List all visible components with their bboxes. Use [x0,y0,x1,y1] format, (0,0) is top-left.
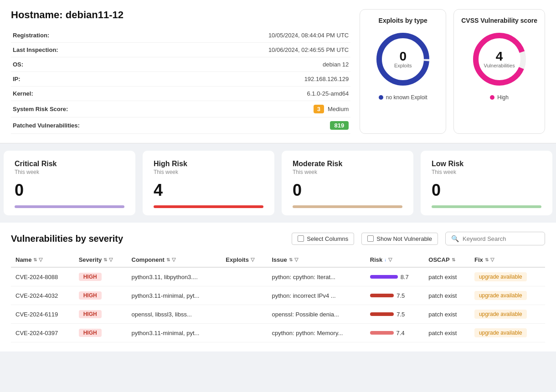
cell-severity-2: HIGH [74,305,127,324]
severity-filter-icon[interactable]: ▽ [109,257,113,263]
col-exploits: Exploits ▽ [221,253,267,267]
patched-label: Patched Vulnerabilities: [11,117,102,134]
risk-card-subtitle-3: This week [432,169,541,175]
patched-cell: 819 [102,117,350,134]
cvss-donut: 4 Vulnerabilities [470,30,529,89]
risk-card-bar-2 [293,205,402,208]
exploits-donut-center: 0 Exploits [394,50,412,68]
cvss-legend-dot [490,95,494,100]
cell-exploits-1 [221,286,267,305]
cell-exploits-2 [221,305,267,324]
severity-sort-icon[interactable]: ⇅ [103,257,107,262]
risk-card-title-2: Moderate Risk [293,160,402,168]
risk-card-critical-risk: Critical Risk This week 0 [4,151,135,215]
fix-filter-icon[interactable]: ▽ [490,257,494,263]
cell-risk-0: 8.7 [366,267,424,286]
severity-badge-2: HIGH [79,310,102,318]
risk-card-subtitle-1: This week [154,169,263,175]
os-row: OS: debian 12 [11,57,350,72]
fix-badge-1: upgrade available [474,291,527,300]
risk-card-moderate-risk: Moderate Risk This week 0 [282,151,413,215]
exploits-chart-card: Exploits by type 0 Exploits no known Exp… [360,9,446,134]
fix-badge-3: upgrade available [474,328,527,337]
cell-risk-1: 7.5 [366,286,424,305]
cell-name-2: CVE-2024-6119 [11,305,74,324]
fix-sort-icon[interactable]: ⇅ [485,257,489,262]
risk-card-bar-1 [154,205,263,208]
cell-severity-0: HIGH [74,267,127,286]
issue-sort-icon[interactable]: ⇅ [289,257,293,262]
cvss-sublabel: Vulnerabilities [484,63,515,68]
risk-card-subtitle-2: This week [293,169,402,175]
cvss-legend-label: High [497,94,509,101]
risk-card-bar-0 [15,205,124,208]
risk-bar-mini-2 [370,312,394,316]
risk-card-subtitle-0: This week [15,169,124,175]
cell-oscap-2: patch exist [424,305,470,324]
risk-card-value-1: 4 [154,181,263,200]
cell-name-0: CVE-2024-8088 [11,267,74,286]
patched-value: 819 [330,121,349,130]
issue-filter-icon[interactable]: ▽ [294,257,298,263]
risk-card-bar-3 [432,205,541,208]
host-info-table: Registration: 10/05/2024, 08:44:04 PM UT… [11,28,350,134]
cell-oscap-1: patch exist [424,286,470,305]
cell-risk-2: 7.5 [366,305,424,324]
vulns-title: Vulnerabilities by severity [11,234,284,244]
keyword-search-input[interactable] [463,235,539,242]
show-not-vulnerable-label: Show Not Vulnerable [376,235,432,242]
vulns-header: Vulnerabilities by severity Select Colum… [11,232,545,245]
component-filter-icon[interactable]: ▽ [172,257,175,263]
risk-bar-mini-1 [370,294,394,297]
cell-issue-2: openssl: Possible denia... [267,305,365,324]
risk-filter-icon[interactable]: ▽ [388,257,392,263]
cvss-chart-title: CVSS Vulnerability score [461,17,537,24]
kernel-label: Kernel: [11,87,102,101]
os-value: debian 12 [102,57,350,72]
fix-badge-2: upgrade available [474,310,527,319]
cvss-legend: High [490,94,509,101]
exploits-chart-title: Exploits by type [379,17,427,24]
cell-oscap-0: patch exist [424,267,470,286]
table-row: CVE-2024-6119 HIGH openssl, libssl3, lib… [11,305,545,324]
risk-score-label: System Risk Score: [11,101,102,117]
cell-fix-0: upgrade available [470,267,545,286]
cell-issue-0: python: cpython: Iterat... [267,267,365,286]
name-filter-icon[interactable]: ▽ [39,257,42,263]
select-columns-label: Select Columns [307,235,348,242]
risk-value-3: 7.4 [396,330,405,336]
oscap-sort-icon[interactable]: ⇅ [452,257,455,262]
keyword-search-box[interactable]: 🔍 [445,232,545,245]
cvss-chart-card: CVSS Vulnerability score 4 Vulnerabiliti… [453,9,545,134]
risk-score-text: Medium [328,106,349,112]
col-name: Name ⇅ ▽ [11,253,74,267]
registration-row: Registration: 10/05/2024, 08:44:04 PM UT… [11,28,350,43]
risk-score-cell: 3 Medium [102,101,350,117]
table-row: CVE-2024-0397 HIGH python3.11-minimal, p… [11,324,545,342]
risk-sort-icon[interactable]: ↓ [384,257,386,262]
risk-card-value-3: 0 [432,181,541,200]
component-sort-icon[interactable]: ⇅ [166,257,170,262]
risk-bar-mini-0 [370,275,398,279]
kernel-row: Kernel: 6.1.0-25-amd64 [11,87,350,101]
cell-issue-1: python: incorrect IPv4 ... [267,286,365,305]
ip-label: IP: [11,72,102,87]
risk-score-number: 3 [314,105,324,113]
show-not-vulnerable-button[interactable]: Show Not Vulnerable [361,233,438,245]
ip-row: IP: 192.168.126.129 [11,72,350,87]
name-sort-icon[interactable]: ⇅ [33,257,37,262]
exploits-legend: no known Exploit [379,94,427,101]
last-inspection-label: Last Inspection: [11,43,102,57]
cell-name-1: CVE-2024-4032 [11,286,74,305]
cell-exploits-3 [221,324,267,342]
select-columns-button[interactable]: Select Columns [292,233,354,245]
risk-card-low-risk: Low Risk This week 0 [421,151,552,215]
col-issue: Issue ⇅ ▽ [267,253,365,267]
risk-cards-section: Critical Risk This week 0 High Risk This… [0,143,556,223]
severity-badge-1: HIGH [79,291,102,300]
exploits-filter-icon[interactable]: ▽ [251,257,254,263]
risk-card-value-0: 0 [15,181,124,200]
cell-component-3: python3.11-minimal, pyt... [127,324,221,342]
fix-badge-0: upgrade available [474,272,527,281]
risk-card-title-3: Low Risk [432,160,541,168]
